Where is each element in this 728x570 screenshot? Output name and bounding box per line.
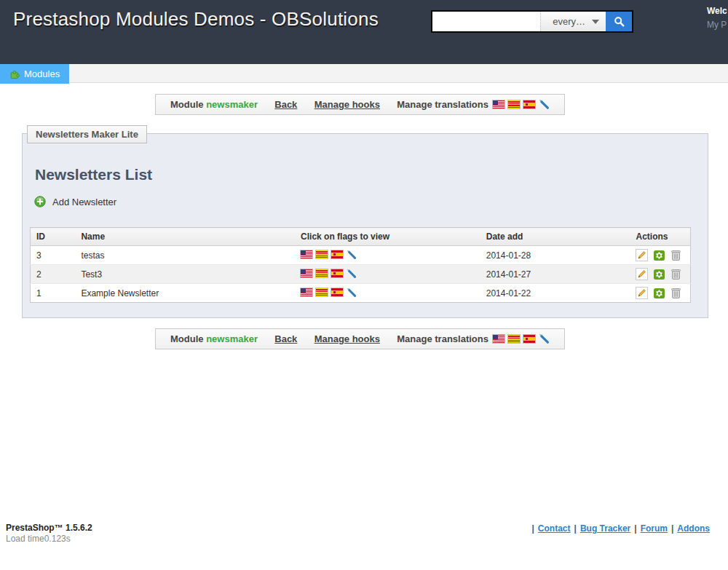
manage-translations: Manage translations <box>397 99 550 110</box>
wrench-icon[interactable] <box>347 288 357 298</box>
tab-modules-label: Modules <box>24 68 60 79</box>
flag-us-icon[interactable] <box>493 335 505 343</box>
search-button[interactable] <box>606 12 632 31</box>
wrench-icon[interactable] <box>539 99 550 110</box>
translation-flags <box>493 333 550 344</box>
table-row: 1 Example Newsletter 2014-01-22 <box>31 284 691 303</box>
cell-name: Example Newsletter <box>75 284 295 303</box>
pipe-separator: | <box>574 523 577 534</box>
flag-spain-icon[interactable] <box>331 288 343 296</box>
wrench-icon[interactable] <box>539 333 550 344</box>
tab-bar: Modules <box>0 64 728 83</box>
page-title: Newsletters List <box>35 166 152 183</box>
addons-link[interactable]: Addons <box>677 523 710 534</box>
contact-link[interactable]: Contact <box>538 523 571 534</box>
flag-spain-icon[interactable] <box>523 335 535 343</box>
column-header-name: Name <box>75 228 295 246</box>
edit-icon[interactable] <box>636 268 648 280</box>
configure-icon[interactable] <box>653 287 665 299</box>
cell-flags <box>295 265 480 284</box>
forum-link[interactable]: Forum <box>641 523 668 534</box>
translation-flags <box>493 99 550 110</box>
flag-us-icon[interactable] <box>301 269 312 277</box>
delete-icon[interactable] <box>670 287 681 299</box>
delete-icon[interactable] <box>670 268 681 280</box>
column-header-actions: Actions <box>630 228 690 246</box>
newsletters-panel: Newsletters Maker Lite Newsletters List … <box>22 133 708 318</box>
search-icon <box>614 16 625 27</box>
module-label: Module <box>170 99 204 110</box>
column-header-flags: Click on flags to view <box>295 228 480 246</box>
flag-catalonia-icon[interactable] <box>316 269 328 277</box>
panel-legend: Newsletters Maker Lite <box>27 125 147 143</box>
flag-spain-icon[interactable] <box>331 269 343 277</box>
flag-us-icon[interactable] <box>301 250 312 258</box>
cell-flags <box>295 284 480 303</box>
pipe-separator: | <box>532 523 534 534</box>
cell-id: 3 <box>31 246 76 265</box>
module-name: newsmaker <box>206 333 258 344</box>
module-name: newsmaker <box>206 99 258 110</box>
add-icon <box>34 196 46 207</box>
flag-us-icon[interactable] <box>301 288 312 296</box>
cell-name: testas <box>75 246 295 265</box>
cell-date: 2014-01-22 <box>480 284 630 303</box>
dropdown-caret-icon <box>592 20 599 24</box>
account-link[interactable]: My P <box>707 18 728 31</box>
cell-name: Test3 <box>75 265 295 284</box>
table-header-row: ID Name Click on flags to view Date add … <box>31 228 691 246</box>
configure-icon[interactable] <box>653 268 665 280</box>
add-newsletter-button[interactable]: Add Newsletter <box>34 196 116 207</box>
cell-id: 2 <box>31 265 76 284</box>
wrench-icon[interactable] <box>347 250 357 260</box>
puzzle-icon <box>9 69 20 79</box>
welcome-text: Welc <box>707 4 728 17</box>
footer-load-time: Load time0.123s <box>6 534 92 545</box>
add-newsletter-label: Add Newsletter <box>52 197 116 207</box>
search-scope-select[interactable]: every… <box>540 12 606 31</box>
bug-tracker-link[interactable]: Bug Tracker <box>580 523 630 534</box>
module-toolbar-top: Module newsmaker Back Manage hooks Manag… <box>155 94 565 115</box>
tab-modules[interactable]: Modules <box>0 64 69 84</box>
app-header: Prestashop Modules Demos - OBSolutions e… <box>0 0 728 64</box>
module-indicator: Module newsmaker <box>170 99 258 110</box>
manage-translations-label: Manage translations <box>397 333 488 344</box>
cell-date: 2014-01-27 <box>480 265 630 284</box>
app-title: Prestashop Modules Demos - OBSolutions <box>13 8 379 31</box>
flag-catalonia-icon[interactable] <box>316 250 328 258</box>
flag-spain-icon[interactable] <box>331 250 343 258</box>
search-input[interactable] <box>432 12 540 31</box>
newsletters-table: ID Name Click on flags to view Date add … <box>30 227 691 303</box>
pipe-separator: | <box>671 523 673 534</box>
flag-catalonia-icon[interactable] <box>508 100 520 108</box>
manage-translations-label: Manage translations <box>397 99 488 110</box>
flag-us-icon[interactable] <box>493 100 505 108</box>
configure-icon[interactable] <box>653 249 665 261</box>
table-row: 2 Test3 2014-01-27 <box>31 265 691 284</box>
cell-actions <box>630 265 690 284</box>
search-scope-value: every… <box>553 16 585 27</box>
cell-flags <box>295 246 480 265</box>
flag-catalonia-icon[interactable] <box>508 335 520 343</box>
flag-spain-icon[interactable] <box>523 100 535 108</box>
back-link[interactable]: Back <box>274 99 297 110</box>
wrench-icon[interactable] <box>347 269 357 279</box>
back-link[interactable]: Back <box>274 333 297 344</box>
footer-info: PrestaShop™ 1.5.6.2 Load time0.123s <box>6 523 92 545</box>
edit-icon[interactable] <box>636 287 648 299</box>
edit-icon[interactable] <box>636 249 648 261</box>
search-widget: every… <box>431 10 633 33</box>
module-toolbar-bottom: Module newsmaker Back Manage hooks Manag… <box>155 328 565 349</box>
table-row: 3 testas 2014-01-28 <box>31 246 691 265</box>
cell-date: 2014-01-28 <box>480 246 630 265</box>
footer-links: | Contact | Bug Tracker | Forum | Addons <box>532 523 711 534</box>
page: Prestashop Modules Demos - OBSolutions e… <box>0 0 728 570</box>
delete-icon[interactable] <box>670 249 681 261</box>
cell-actions <box>630 246 690 265</box>
flag-catalonia-icon[interactable] <box>316 288 328 296</box>
pipe-separator: | <box>634 523 636 534</box>
manage-hooks-link[interactable]: Manage hooks <box>314 99 380 110</box>
column-header-id: ID <box>31 228 76 246</box>
footer-version: PrestaShop™ 1.5.6.2 <box>6 523 92 534</box>
manage-hooks-link[interactable]: Manage hooks <box>314 333 380 344</box>
